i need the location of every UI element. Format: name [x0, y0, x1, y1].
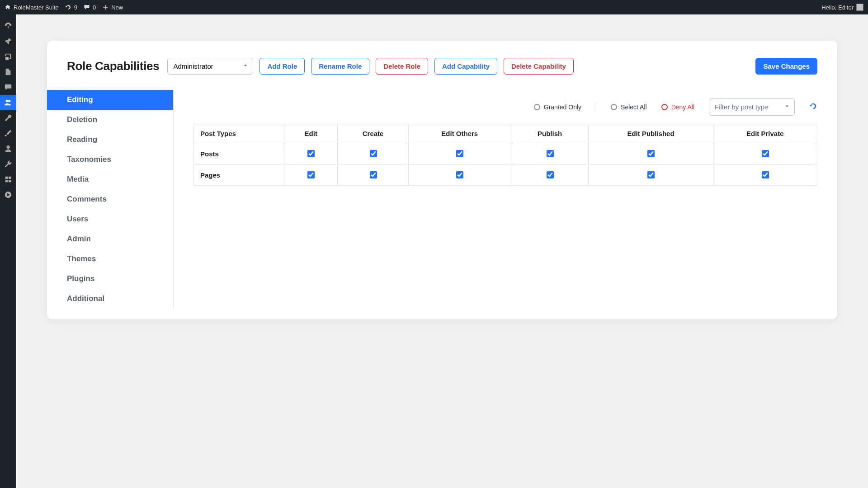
- sidebar-item-plugin[interactable]: [0, 172, 16, 187]
- role-select[interactable]: Administrator: [167, 58, 253, 75]
- post-type-filter[interactable]: Filter by post type: [709, 98, 795, 116]
- sidebar-item-tool[interactable]: [0, 110, 16, 126]
- media-icon: [4, 52, 12, 61]
- capability-tab-label: Comments: [67, 195, 107, 203]
- capability-checkbox[interactable]: [762, 171, 769, 178]
- sidebar-item-dashboard[interactable]: [0, 18, 16, 33]
- new-content-link[interactable]: New: [102, 4, 123, 11]
- updates-count: 9: [74, 4, 77, 11]
- capability-filters: Granted Only Select All Deny All: [193, 98, 817, 116]
- save-changes-button[interactable]: Save Changes: [755, 58, 817, 75]
- caps-cell: [589, 164, 713, 186]
- capability-checkbox[interactable]: [647, 171, 655, 178]
- add-role-button[interactable]: Add Role: [259, 58, 305, 75]
- plus-icon: [102, 4, 108, 10]
- capability-tab-label: Users: [67, 215, 88, 223]
- new-label: New: [111, 4, 123, 11]
- sidebar-item-media[interactable]: [0, 49, 16, 64]
- comments-link[interactable]: 0: [84, 4, 96, 11]
- capability-checkbox[interactable]: [647, 150, 655, 157]
- select-all-toggle[interactable]: Select All: [611, 103, 647, 111]
- caps-cell: [511, 164, 589, 186]
- refresh-icon: [65, 4, 71, 10]
- page-icon: [4, 68, 12, 76]
- capability-tab-label: Themes: [67, 254, 96, 263]
- capability-checkbox[interactable]: [307, 150, 315, 157]
- capability-checkbox[interactable]: [456, 171, 463, 178]
- caps-cell: [589, 143, 713, 164]
- delete-role-button[interactable]: Delete Role: [376, 58, 428, 75]
- comment-icon: [84, 4, 90, 10]
- capability-tab-label: Editing: [67, 95, 93, 104]
- capability-tab[interactable]: Plugins: [47, 269, 173, 289]
- comments-count: 0: [93, 4, 96, 11]
- caps-cell: [408, 143, 511, 164]
- divider: [596, 102, 596, 112]
- caps-column-header: Post Types: [194, 124, 284, 143]
- site-home-link[interactable]: RoleMaster Suite: [5, 4, 59, 11]
- caps-column-header: Edit: [284, 124, 338, 143]
- home-icon: [5, 4, 11, 10]
- capability-tab[interactable]: Additional: [47, 289, 173, 309]
- sidebar-item-play[interactable]: [0, 187, 16, 202]
- capability-checkbox[interactable]: [370, 150, 377, 157]
- capability-tab-label: Media: [67, 175, 89, 183]
- sidebar-item-wrench[interactable]: [0, 156, 16, 172]
- sidebar-item-profile[interactable]: [0, 141, 16, 156]
- capability-checkbox[interactable]: [547, 150, 554, 157]
- capabilities-table: Post TypesEditCreateEdit OthersPublishEd…: [193, 124, 817, 186]
- capability-checkbox[interactable]: [370, 171, 377, 178]
- granted-only-toggle[interactable]: Granted Only: [534, 103, 581, 111]
- sidebar-item-users[interactable]: [0, 95, 16, 110]
- caps-column-header: Edit Published: [589, 124, 713, 143]
- capability-tab[interactable]: Taxonomies: [47, 150, 173, 169]
- caps-cell: [284, 143, 338, 164]
- select-all-label: Select All: [621, 103, 647, 111]
- updates-link[interactable]: 9: [65, 4, 77, 11]
- capability-tab[interactable]: Comments: [47, 189, 173, 209]
- add-capability-button[interactable]: Add Capability: [434, 58, 497, 75]
- capability-checkbox[interactable]: [307, 171, 315, 178]
- radio-icon: [661, 104, 668, 110]
- capability-tab[interactable]: Admin: [47, 229, 173, 249]
- sidebar-item-comment[interactable]: [0, 80, 16, 95]
- radio-icon: [534, 104, 540, 110]
- caps-column-header: Publish: [511, 124, 589, 143]
- sidebar-item-brush[interactable]: [0, 126, 16, 141]
- sidebar-item-page[interactable]: [0, 64, 16, 80]
- wrench-icon: [4, 160, 12, 168]
- delete-capability-button[interactable]: Delete Capability: [504, 58, 574, 75]
- users-icon: [4, 99, 12, 107]
- role-capabilities-card: Role Capabilities Administrator Add Role…: [47, 41, 837, 319]
- caps-cell: [338, 164, 408, 186]
- caps-cell: [284, 164, 338, 186]
- caps-row-label: Posts: [194, 143, 284, 164]
- capability-tab[interactable]: Editing: [47, 90, 173, 110]
- capability-tab-label: Plugins: [67, 274, 94, 283]
- capability-tab[interactable]: Media: [47, 169, 173, 189]
- caps-row: Pages: [194, 164, 817, 186]
- capability-tab[interactable]: Reading: [47, 130, 173, 150]
- sidebar-item-pin[interactable]: [0, 33, 16, 49]
- content-scroll[interactable]: Role Capabilities Administrator Add Role…: [16, 14, 868, 488]
- capability-tabs: EditingDeletionReadingTaxonomiesMediaCom…: [47, 90, 174, 309]
- capability-tab-label: Taxonomies: [67, 155, 111, 164]
- capability-tab[interactable]: Themes: [47, 249, 173, 269]
- account-link[interactable]: Hello, Editor: [821, 4, 863, 11]
- admin-sidebar: [0, 14, 16, 488]
- rename-role-button[interactable]: Rename Role: [311, 58, 369, 75]
- capability-checkbox[interactable]: [762, 150, 769, 157]
- capability-checkbox[interactable]: [547, 171, 554, 178]
- capability-tab-label: Admin: [67, 235, 91, 243]
- radio-icon: [611, 104, 617, 110]
- comment-icon: [4, 83, 12, 91]
- capability-tab-label: Deletion: [67, 115, 97, 124]
- capability-tab[interactable]: Deletion: [47, 110, 173, 130]
- site-name: RoleMaster Suite: [14, 4, 59, 11]
- avatar-icon: [856, 4, 863, 11]
- capability-checkbox[interactable]: [456, 150, 463, 157]
- capability-tab[interactable]: Users: [47, 209, 173, 229]
- play-icon: [4, 191, 12, 199]
- refresh-caps-button[interactable]: [809, 102, 817, 112]
- deny-all-toggle[interactable]: Deny All: [661, 103, 694, 111]
